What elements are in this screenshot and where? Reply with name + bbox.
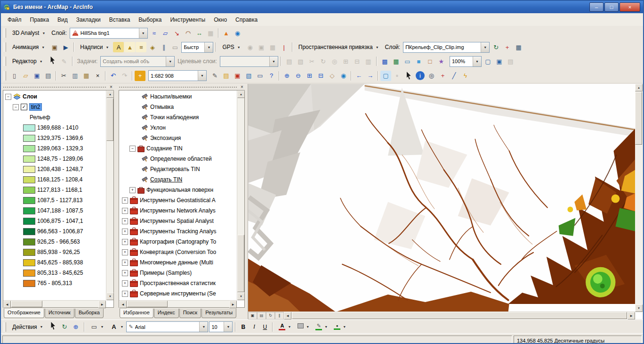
animation-menu[interactable]: Анимация▼ — [9, 42, 48, 52]
scrollbar-thumb[interactable] — [237, 235, 244, 292]
toolbox-item[interactable]: Определение областей — [119, 154, 237, 164]
raster-magic-icon[interactable]: ★ — [436, 56, 447, 66]
zoom-element-icon[interactable]: ⊕ — [71, 322, 81, 332]
arcglobe-icon[interactable]: ◉ — [232, 28, 243, 38]
expander-icon[interactable]: + — [122, 249, 128, 255]
toolbar-icon[interactable] — [378, 71, 378, 81]
expander-icon[interactable]: + — [122, 218, 128, 224]
new-map-icon[interactable]: ▯ — [9, 71, 20, 81]
expander-icon[interactable]: + — [129, 187, 136, 193]
font-family-combo[interactable]: ✎ Arial ▼ — [126, 321, 208, 332]
menu-item[interactable]: Выборка — [135, 15, 165, 25]
shape-tool-dropdown[interactable]: ▭▼ — [87, 321, 106, 333]
toolbox-item[interactable]: + Примеры (Samples) — [119, 268, 237, 278]
select-elements-icon[interactable] — [49, 322, 57, 330]
cut-icon[interactable]: ✂ — [58, 71, 69, 81]
profile-graph-icon[interactable]: ▦ — [205, 28, 216, 38]
raster-erase-icon[interactable]: □ — [425, 56, 435, 66]
line-of-sight-icon[interactable]: ↔ — [194, 28, 205, 38]
underline-button[interactable]: U — [260, 322, 270, 332]
arctoolbox-icon[interactable]: ▣ — [232, 71, 243, 81]
save-map-icon[interactable]: ▣ — [32, 71, 42, 81]
interpolate-line-icon[interactable]: ≈ — [149, 28, 160, 38]
menu-item[interactable]: Правка — [26, 15, 53, 25]
labels-menu[interactable]: Надписи▼ — [77, 42, 112, 52]
scroll-right-icon[interactable]: ▶ — [229, 301, 237, 308]
drawing-menu[interactable]: Действия▼ — [9, 322, 47, 332]
panel-tab[interactable]: Индекс — [154, 309, 179, 318]
tasks-combo[interactable]: Создать новый объ▼ — [100, 56, 175, 67]
scrollbar-thumb[interactable] — [635, 92, 642, 145]
rotate-element-icon[interactable]: ↻ — [59, 322, 70, 332]
zoom-in-icon[interactable]: ⊕ — [282, 71, 292, 81]
delete-icon[interactable]: × — [92, 71, 103, 81]
buffer-tool-icon[interactable]: ◎ — [329, 56, 340, 66]
scroll-left-icon[interactable]: ◀ — [284, 312, 291, 319]
fill-color-dropdown[interactable]: ▼ — [294, 321, 311, 333]
toolbox-item[interactable]: Создать TIN — [119, 174, 237, 185]
go-to-xy-icon[interactable]: + — [437, 71, 448, 81]
3d-analyst-menu[interactable]: 3D Analyst▼ — [9, 28, 48, 38]
italic-button[interactable]: I — [249, 322, 259, 332]
toolbar-grip[interactable] — [4, 57, 6, 66]
paste-icon[interactable]: ▦ — [81, 71, 92, 81]
toolbox-item[interactable]: Экспозиция — [119, 133, 237, 143]
pause-drawing-button[interactable]: ∥ — [275, 312, 284, 319]
expander-icon[interactable]: + — [122, 197, 128, 204]
scroll-up-icon[interactable]: ▲ — [237, 90, 245, 98]
fixed-zoom-in-icon[interactable]: ⊞ — [304, 71, 315, 81]
sketch-tool-icon[interactable]: ✎ — [59, 56, 70, 66]
gps-connect-icon[interactable]: ◉ — [245, 42, 256, 52]
layout-view-button[interactable]: ▤ — [257, 312, 266, 319]
contour-tool-icon[interactable]: ◠ — [183, 28, 193, 38]
minimize-button[interactable]: – — [589, 2, 604, 12]
chevron-down-icon[interactable]: ▼ — [139, 28, 147, 38]
rotate-icon[interactable]: ↻ — [491, 42, 501, 52]
fixed-zoom-out-icon[interactable]: ⊟ — [315, 71, 326, 81]
raster-fill-icon[interactable]: ■ — [413, 56, 424, 66]
marker-color-dropdown[interactable]: ● ▼ — [330, 321, 348, 333]
back-extent-icon[interactable]: ← — [354, 71, 364, 81]
expander-icon[interactable]: + — [122, 260, 128, 266]
split-tool-icon[interactable]: ✂ — [306, 56, 317, 66]
scroll-down-icon[interactable]: ▼ — [106, 293, 114, 300]
sketch-properties-icon[interactable]: ▧ — [295, 56, 306, 66]
menu-item[interactable]: Инструменты — [166, 15, 209, 25]
map-canvas[interactable] — [248, 84, 635, 312]
georef-layer-combo[interactable]: ПКрельеф_Clip_Clip.img▼ — [403, 42, 490, 53]
label-priority-icon[interactable]: ▲ — [124, 42, 135, 52]
toolbox-item[interactable]: Насыпи/выемки — [119, 91, 237, 102]
rotate-tool-icon[interactable]: ↻ — [318, 56, 329, 66]
panel-tab[interactable]: Поиск — [179, 309, 201, 318]
target-layers-combo[interactable]: ▼ — [220, 56, 278, 67]
arcscene-icon[interactable]: ▲ — [221, 28, 232, 38]
bold-button[interactable]: B — [238, 322, 248, 332]
scroll-left-icon[interactable]: ◀ — [119, 301, 127, 308]
print-icon[interactable]: ▤ — [43, 71, 54, 81]
close-button[interactable]: × — [620, 2, 640, 12]
add-control-points-icon[interactable]: + — [502, 42, 513, 52]
toolbox-item[interactable]: + Инструменты Geostatistical A — [119, 195, 237, 205]
toc-vertical-scrollbar[interactable]: ▲ ▼ — [106, 90, 113, 300]
toolbar-icon[interactable] — [132, 71, 133, 81]
refresh-view-button[interactable]: ↻ — [266, 312, 275, 319]
scrollbar-thumb[interactable] — [11, 301, 42, 307]
toolbar-grip[interactable] — [4, 322, 6, 332]
toolbox-item[interactable]: + Многомерные данные (Multi — [119, 257, 237, 268]
toolbox-vertical-scrollbar[interactable]: ▲ ▼ — [237, 90, 244, 300]
interpolate-polygon-icon[interactable]: ▱ — [160, 28, 171, 38]
copy-icon[interactable]: ▥ — [70, 71, 80, 81]
zoom-out-icon[interactable]: ⊖ — [293, 71, 304, 81]
scrollbar-thumb[interactable] — [292, 312, 627, 319]
gps-position-marker-icon[interactable]: | — [279, 42, 290, 52]
select-elements-icon[interactable] — [405, 72, 412, 80]
redo-icon[interactable]: ↷ — [119, 71, 130, 81]
select-features-icon[interactable]: ▢ — [380, 71, 391, 81]
toolbox-item[interactable]: + Картография (Cartography To — [119, 237, 237, 247]
scroll-right-icon[interactable]: ▶ — [98, 301, 106, 308]
view-unplaced-labels-icon[interactable]: ▭ — [169, 42, 180, 52]
scroll-left-icon[interactable]: ◀ — [3, 301, 11, 308]
close-icon[interactable]: × — [239, 84, 245, 90]
scrollbar-thumb[interactable] — [106, 98, 113, 141]
text-tool-dropdown[interactable]: A▼ — [106, 321, 125, 333]
